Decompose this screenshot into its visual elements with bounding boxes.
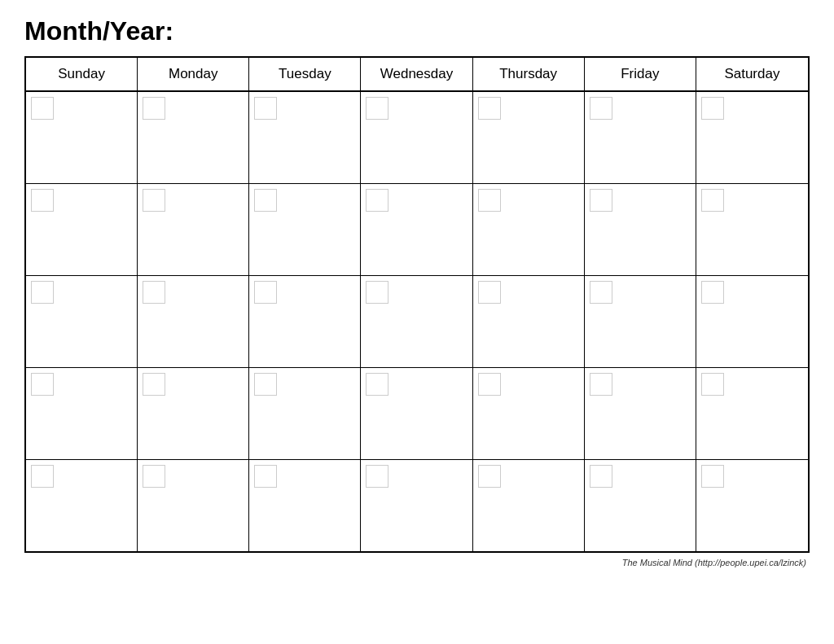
- date-box: [701, 189, 724, 212]
- calendar-cell[interactable]: [361, 368, 472, 459]
- calendar-cell[interactable]: [585, 276, 696, 367]
- calendar-cell[interactable]: [138, 92, 249, 183]
- day-header-sunday: Sunday: [26, 58, 138, 90]
- calendar-cell[interactable]: [361, 92, 472, 183]
- date-box: [590, 281, 612, 304]
- calendar-cell[interactable]: [473, 92, 585, 183]
- date-box: [478, 465, 501, 488]
- calendar-cell[interactable]: [473, 184, 585, 275]
- date-box: [478, 189, 501, 212]
- date-box: [31, 189, 54, 212]
- date-box: [366, 465, 388, 488]
- calendar-cell[interactable]: [26, 184, 138, 275]
- day-header-wednesday: Wednesday: [361, 58, 472, 90]
- date-box: [366, 373, 388, 396]
- day-header-saturday: Saturday: [696, 58, 808, 90]
- date-box: [143, 281, 165, 304]
- day-header-tuesday: Tuesday: [249, 58, 361, 90]
- date-box: [701, 465, 724, 488]
- date-box: [478, 281, 501, 304]
- calendar-cell[interactable]: [249, 368, 361, 459]
- calendar-row: [26, 460, 808, 551]
- calendar-cell[interactable]: [361, 184, 472, 275]
- date-box: [701, 373, 724, 396]
- date-box: [143, 465, 165, 488]
- date-box: [254, 373, 277, 396]
- calendar-cell[interactable]: [585, 92, 696, 183]
- calendar-row: [26, 368, 808, 460]
- calendar-cell[interactable]: [473, 460, 585, 551]
- calendar-cell[interactable]: [138, 368, 249, 459]
- calendar-cell[interactable]: [249, 460, 361, 551]
- date-box: [143, 189, 165, 212]
- calendar-cell[interactable]: [696, 460, 808, 551]
- date-box: [590, 465, 612, 488]
- day-header-thursday: Thursday: [473, 58, 585, 90]
- calendar-row: [26, 184, 808, 276]
- calendar-cell[interactable]: [585, 460, 696, 551]
- date-box: [590, 97, 612, 120]
- calendar-body: [26, 92, 808, 551]
- date-box: [143, 373, 165, 396]
- day-header-friday: Friday: [585, 58, 696, 90]
- date-box: [366, 97, 388, 120]
- calendar-cell[interactable]: [696, 368, 808, 459]
- date-box: [701, 97, 724, 120]
- calendar-header: Sunday Monday Tuesday Wednesday Thursday…: [26, 58, 808, 92]
- date-box: [31, 373, 54, 396]
- calendar-cell[interactable]: [473, 276, 585, 367]
- calendar-cell[interactable]: [585, 184, 696, 275]
- date-box: [478, 373, 501, 396]
- calendar-cell[interactable]: [361, 460, 472, 551]
- date-box: [254, 189, 277, 212]
- calendar-cell[interactable]: [26, 92, 138, 183]
- calendar-cell[interactable]: [696, 92, 808, 183]
- calendar-cell[interactable]: [26, 460, 138, 551]
- date-box: [31, 281, 54, 304]
- date-box: [366, 281, 388, 304]
- date-box: [143, 97, 165, 120]
- date-box: [590, 189, 612, 212]
- calendar-cell[interactable]: [249, 276, 361, 367]
- footer-credit: The Musical Mind (http://people.upei.ca/…: [24, 558, 810, 567]
- date-box: [366, 189, 388, 212]
- date-box: [31, 97, 54, 120]
- page-title: Month/Year:: [24, 16, 810, 46]
- calendar-row: [26, 92, 808, 184]
- calendar-cell[interactable]: [138, 184, 249, 275]
- date-box: [254, 97, 277, 120]
- calendar-cell[interactable]: [696, 184, 808, 275]
- date-box: [254, 281, 277, 304]
- calendar-cell[interactable]: [26, 368, 138, 459]
- date-box: [254, 465, 277, 488]
- date-box: [31, 465, 54, 488]
- calendar-cell[interactable]: [585, 368, 696, 459]
- calendar-cell[interactable]: [249, 184, 361, 275]
- date-box: [478, 97, 501, 120]
- date-box: [590, 373, 612, 396]
- calendar: Sunday Monday Tuesday Wednesday Thursday…: [24, 56, 810, 553]
- calendar-cell[interactable]: [138, 276, 249, 367]
- date-box: [701, 281, 724, 304]
- day-header-monday: Monday: [138, 58, 249, 90]
- calendar-cell[interactable]: [249, 92, 361, 183]
- calendar-row: [26, 276, 808, 368]
- calendar-cell[interactable]: [138, 460, 249, 551]
- calendar-cell[interactable]: [696, 276, 808, 367]
- calendar-cell[interactable]: [361, 276, 472, 367]
- calendar-cell[interactable]: [473, 368, 585, 459]
- calendar-cell[interactable]: [26, 276, 138, 367]
